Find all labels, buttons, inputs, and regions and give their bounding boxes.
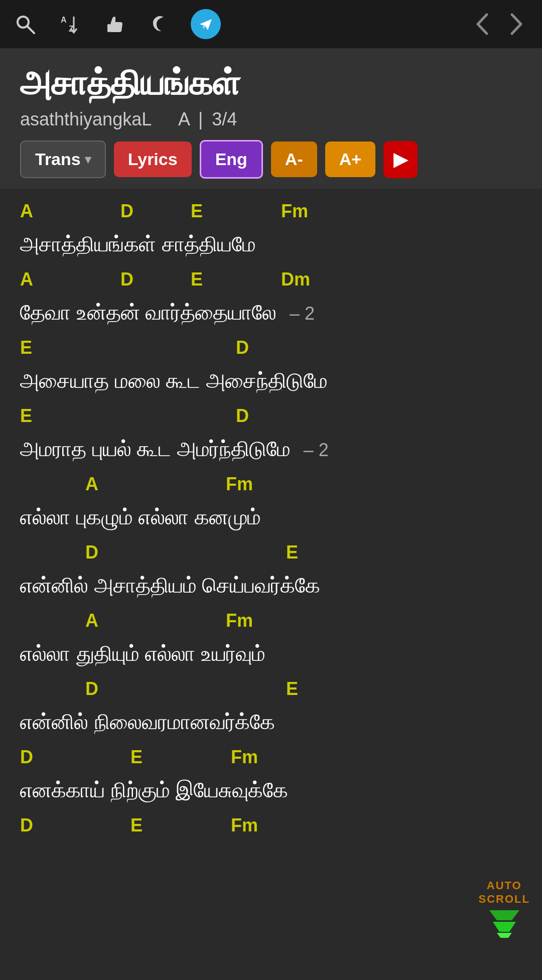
verse-block-4: E D அமராத புயல் கூட அமர்ந்திடுமே – 2 (20, 403, 522, 467)
lyrics-content: A D E Fm அசாத்தியங்கள் சாத்தியமே A D E D… (0, 189, 542, 891)
chord-D-3: D (236, 337, 276, 358)
verse-block-7: A Fm எல்லா துதியும் எல்லா உயர்வும் (20, 608, 522, 671)
buttons-row: Trans ▾ Lyrics Eng A- A+ ▶ (20, 140, 522, 179)
nav-left: A Z (10, 9, 452, 39)
verse-block-3: E D அசையாத மலை கூட அசைந்திடுமே (20, 335, 522, 398)
svg-line-1 (28, 27, 34, 33)
chord-D-2: D (120, 269, 161, 290)
chord-Fm-9: Fm (231, 747, 271, 768)
chord-D-1: D (120, 201, 161, 222)
top-navigation: A Z (0, 0, 542, 48)
lyric-line-9: எனக்காய் நிற்கும் இயேசுவுக்கே (20, 772, 522, 808)
lyric-line-2: தேவா உன்தன் வார்த்தையாலே – 2 (20, 295, 522, 330)
chord-D-8: D (85, 678, 125, 699)
prev-icon[interactable] (467, 9, 497, 39)
chord-Fm-10: Fm (231, 815, 271, 836)
auto-scroll-label: AUTO SCROLL (479, 879, 530, 906)
chord-E-6: E (286, 542, 326, 563)
song-header: அசாத்தியங்கள் asaththiyangkaL A | 3/4 Tr… (0, 48, 542, 189)
svg-rect-5 (107, 24, 110, 32)
chord-D-10: D (20, 815, 60, 836)
lyric-line-7: எல்லா துதியும் எல்லா உயர்வும் (20, 636, 522, 671)
verse-block-1: A D E Fm அசாத்தியங்கள் சாத்தியமே (20, 199, 522, 262)
lyric-line-5: எல்லா புகழும் எல்லா கனமும் (20, 499, 522, 535)
chord-E-10: E (130, 815, 171, 836)
telegram-icon[interactable] (191, 9, 221, 39)
trans-button[interactable]: Trans ▾ (20, 141, 106, 178)
chord-A-5: A (85, 474, 125, 495)
chord-E-2: E (191, 269, 231, 290)
chord-Fm-5: Fm (226, 474, 266, 495)
verse-block-9: D E Fm எனக்காய் நிற்கும் இயேசுவுக்கே (20, 745, 522, 808)
trans-dropdown-arrow: ▾ (85, 153, 91, 167)
nav-right (467, 9, 532, 39)
chord-A-7: A (85, 610, 125, 631)
search-icon[interactable] (10, 9, 40, 39)
chord-Fm-1: Fm (281, 201, 321, 222)
moon-icon[interactable] (146, 9, 176, 39)
verse-block-6: D E என்னில் அசாத்தியம் செய்பவர்க்கே (20, 540, 522, 603)
chord-E-8: E (286, 678, 326, 699)
chord-Dm-1: Dm (281, 269, 321, 290)
lyric-line-4: அமராத புயல் கூட அமர்ந்திடுமே – 2 (20, 431, 522, 467)
svg-marker-6 (489, 910, 519, 920)
font-increase-button[interactable]: A+ (325, 142, 375, 177)
chord-line-7: A Fm (20, 608, 522, 636)
verse-block-2: A D E Dm தேவா உன்தன் வார்த்தையாலே – 2 (20, 267, 522, 330)
svg-text:A: A (61, 16, 67, 24)
verse-block-5: A Fm எல்லா புகழும் எல்லா கனமும் (20, 472, 522, 535)
chord-line-6: D E (20, 540, 522, 568)
chord-E-9: E (130, 747, 171, 768)
auto-scroll-button[interactable]: AUTO SCROLL (479, 879, 530, 940)
chord-line-4: E D (20, 403, 522, 431)
lyrics-button[interactable]: Lyrics (114, 142, 192, 177)
chord-line-5: A Fm (20, 472, 522, 499)
chord-A-2: A (20, 269, 60, 290)
chord-E-1: E (191, 201, 231, 222)
chord-line-9: D E Fm (20, 745, 522, 772)
verse-block-8: D E என்னில் நிலைவரமானவர்க்கே (20, 676, 522, 740)
lyric-line-1: அசாத்தியங்கள் சாத்தியமே (20, 226, 522, 262)
verse-block-10: D E Fm (20, 813, 522, 876)
chord-line-3: E D (20, 335, 522, 363)
thumbs-up-icon[interactable] (100, 9, 130, 39)
chord-E-3: E (20, 337, 60, 358)
svg-marker-8 (497, 933, 512, 938)
next-icon[interactable] (502, 9, 532, 39)
youtube-button[interactable]: ▶ (383, 141, 418, 178)
chord-line-8: D E (20, 676, 522, 704)
font-decrease-button[interactable]: A- (271, 142, 317, 177)
lyric-line-3: அசையாத மலை கூட அசைந்திடுமே (20, 363, 522, 398)
song-title-tamil: அசாத்தியங்கள் (20, 63, 522, 104)
song-key: A (178, 109, 189, 129)
svg-marker-7 (493, 922, 516, 932)
auto-scroll-down-icon (487, 908, 522, 940)
eng-button[interactable]: Eng (200, 140, 263, 179)
chord-A-1: A (20, 201, 60, 222)
chord-D-6: D (85, 542, 125, 563)
chord-line-1: A D E Fm (20, 199, 522, 226)
repeat-2: – 2 (290, 303, 315, 324)
sort-az-icon[interactable]: A Z (55, 9, 85, 39)
lyric-line-10 (20, 841, 522, 876)
chord-line-2: A D E Dm (20, 267, 522, 295)
youtube-icon: ▶ (393, 149, 408, 170)
chord-Fm-7: Fm (226, 610, 266, 631)
lyric-line-6: என்னில் அசாத்தியம் செய்பவர்க்கே (20, 568, 522, 603)
song-meta: asaththiyangkaL A | 3/4 (20, 109, 522, 130)
song-time-signature: 3/4 (212, 109, 237, 129)
chord-D-9: D (20, 747, 60, 768)
chord-E-4: E (20, 405, 60, 427)
repeat-4: – 2 (304, 440, 329, 460)
chord-line-10: D E Fm (20, 813, 522, 841)
song-title-latin: asaththiyangkaL (20, 109, 151, 129)
lyric-line-8: என்னில் நிலைவரமானவர்க்கே (20, 704, 522, 740)
chord-D-4: D (236, 405, 276, 427)
